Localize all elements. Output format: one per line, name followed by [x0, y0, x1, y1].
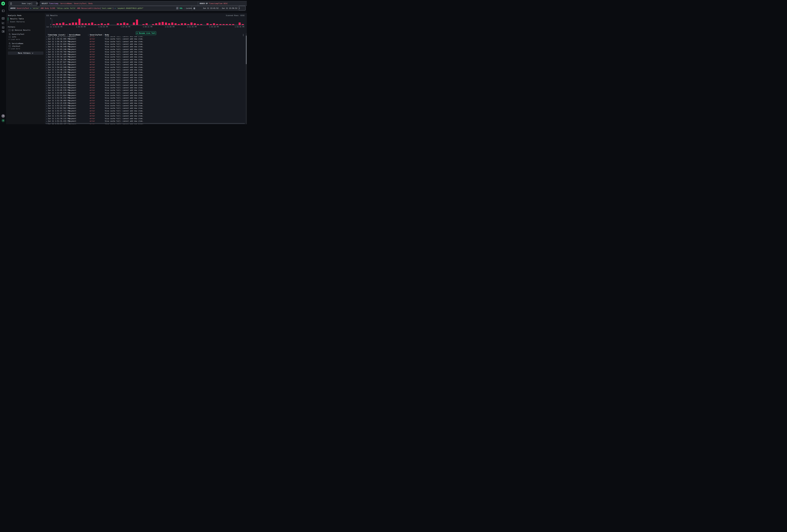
load-more-severitytext[interactable]: Load more — [8, 38, 47, 40]
info-checkbox[interactable] — [9, 36, 11, 38]
table-row[interactable]: ❯Jun 11 1:54:52.241 PMpaymenterrorVisa c… — [45, 63, 246, 66]
row-expand-chevron-icon[interactable]: ❯ — [46, 97, 47, 100]
table-row[interactable]: ❯Jun 11 1:53:10.922 PMpaymenterrorVisa c… — [45, 87, 246, 89]
table-row[interactable]: ❯Jun 11 1:55:07.827 PMpaymenterrorVisa c… — [45, 61, 246, 63]
log-search-icon[interactable] — [2, 17, 4, 20]
avatar[interactable]: U — [1, 119, 5, 122]
table-row[interactable]: ❯Jun 11 1:56:08.948 PMpaymenterrorVisa c… — [45, 45, 246, 48]
chart-icon[interactable] — [2, 21, 4, 24]
table-options-kebab-icon[interactable] — [242, 34, 244, 36]
row-expand-chevron-icon[interactable]: ❯ — [46, 38, 47, 40]
row-expand-chevron-icon[interactable]: ❯ — [46, 107, 47, 110]
column-header-severitytext[interactable]: SeverityText — [90, 34, 102, 36]
table-row[interactable]: ❯Jun 11 1:56:42.995 PMpaymenterrorVisa c… — [45, 38, 246, 40]
orderby-query-input[interactable]: ORDER BY TimestampTime DESC — [198, 1, 247, 6]
table-row[interactable]: ❯Jun 11 1:56:03.248 PMpaymenterrorVisa c… — [45, 48, 246, 51]
row-expand-chevron-icon[interactable]: ❯ — [46, 89, 47, 92]
row-expand-chevron-icon[interactable]: ❯ — [46, 79, 47, 82]
row-expand-chevron-icon[interactable]: ❯ — [46, 82, 47, 84]
table-row[interactable]: ❯Jun 11 1:54:40.218 PMpaymenterrorVisa c… — [45, 69, 246, 71]
table-row[interactable]: ❯Jun 11 1:52:25.630 PMpaymenterrorVisa c… — [45, 102, 246, 105]
run-query-button[interactable] — [239, 6, 246, 10]
gear-icon[interactable] — [36, 2, 38, 5]
source-select[interactable]: Demo Logs — [9, 1, 37, 6]
filter-option-info[interactable]: info — [9, 36, 47, 38]
table-row[interactable]: ❯Jun 11 1:51:57.712 PMpaymenterrorVisa c… — [45, 110, 246, 112]
horizontal-scrollbar-thumb[interactable] — [45, 123, 245, 124]
table-row[interactable]: ❯Jun 11 1:54:26.230 PMpaymenterrorVisa c… — [45, 71, 246, 74]
row-expand-chevron-icon[interactable]: ❯ — [46, 94, 47, 97]
panel-left-icon[interactable] — [2, 9, 4, 12]
dashboard-grid-icon[interactable] — [2, 30, 4, 33]
where-query-input[interactable]: WHERE SeverityText = 'error' AND Body IL… — [9, 6, 194, 10]
row-expand-chevron-icon[interactable]: ❯ — [46, 77, 47, 79]
table-row[interactable]: ❯Jun 11 1:54:06.953 PMpaymenterrorVisa c… — [45, 76, 246, 79]
row-expand-chevron-icon[interactable]: ❯ — [46, 41, 47, 43]
row-expand-chevron-icon[interactable]: ❯ — [46, 105, 47, 107]
table-row[interactable]: ❯Jun 11 1:51:43.121 PMpaymenterrorVisa c… — [45, 115, 246, 117]
column-header-timestamp[interactable]: Timestamp (Local) — [48, 34, 65, 36]
sidebar-item-results-table[interactable]: Results Table — [10, 18, 49, 20]
load-more-servicename[interactable]: Load more — [8, 48, 47, 50]
table-row[interactable]: ❯Jun 11 1:52:51.824 PMpaymenterrorVisa c… — [45, 94, 246, 97]
row-expand-chevron-icon[interactable]: ❯ — [46, 61, 47, 64]
help-button[interactable]: ? — [1, 114, 5, 118]
row-expand-chevron-icon[interactable]: ❯ — [46, 74, 47, 77]
sessions-laptop-icon[interactable] — [2, 26, 4, 29]
table-row[interactable]: ❯Jun 11 1:53:00.676 PMpaymenterrorVisa c… — [45, 92, 246, 94]
table-row[interactable]: ❯Jun 11 1:53:24.274 PMpaymenterrorVisa c… — [45, 84, 246, 87]
checkout-checkbox[interactable] — [9, 45, 11, 47]
row-expand-chevron-icon[interactable]: ❯ — [46, 69, 47, 71]
row-expand-chevron-icon[interactable]: ❯ — [46, 115, 47, 118]
row-expand-chevron-icon[interactable]: ❯ — [46, 84, 47, 87]
hyperdx-logo-icon[interactable] — [1, 1, 5, 6]
sql-toggle[interactable]: SQL — [179, 7, 183, 9]
select-query-input[interactable]: SELECT Timestamp, ServiceName, SeverityT… — [40, 1, 200, 6]
row-expand-chevron-icon[interactable]: ❯ — [46, 43, 47, 46]
row-expand-chevron-icon[interactable]: ❯ — [46, 54, 47, 56]
row-expand-chevron-icon[interactable]: ❯ — [46, 92, 47, 94]
resume-live-tail-button[interactable]: Resume Live Tail — [136, 31, 156, 35]
denoise-results-row[interactable]: Denoise Results — [8, 29, 47, 31]
table-row[interactable]: ❯Jun 11 1:52:35.232 PMpaymenterrorVisa c… — [45, 97, 246, 99]
row-expand-chevron-icon[interactable]: ❯ — [46, 66, 47, 69]
row-expand-chevron-icon[interactable]: ❯ — [46, 46, 47, 48]
row-expand-chevron-icon[interactable]: ❯ — [46, 87, 47, 89]
row-expand-chevron-icon[interactable]: ❯ — [46, 100, 47, 102]
table-row[interactable]: ❯Jun 11 1:55:39.324 PMpaymenterrorVisa c… — [45, 56, 246, 58]
lucene-toggle[interactable]: Lucene — [186, 7, 192, 9]
table-row[interactable]: ❯Jun 11 1:52:30.469 PMpaymenterrorVisa c… — [45, 100, 246, 102]
column-header-body[interactable]: Body — [105, 34, 109, 36]
time-range-picker[interactable]: Jun 11 13:41:52 - Jun 11 13:56:52 — [192, 6, 241, 10]
table-row[interactable]: ❯Jun 11 1:53:05.578 PMpaymenterrorVisa c… — [45, 89, 246, 92]
table-row[interactable]: ❯Jun 11 1:53:26.250 PMpaymenterrorVisa c… — [45, 81, 246, 84]
denoise-checkbox[interactable] — [8, 29, 10, 31]
results-histogram[interactable] — [52, 19, 244, 25]
table-row[interactable]: ❯Jun 11 1:51:31.415 PMpaymenterrorVisa c… — [45, 120, 246, 123]
filter-group-name[interactable]: SeverityText — [12, 33, 24, 35]
column-resize-handle[interactable] — [103, 34, 104, 36]
table-row[interactable]: ❯Jun 11 1:51:47.229 PMpaymenterrorVisa c… — [45, 112, 246, 115]
column-resize-handle[interactable] — [67, 34, 68, 36]
row-expand-chevron-icon[interactable]: ❯ — [46, 110, 47, 112]
row-expand-chevron-icon[interactable]: ❯ — [46, 51, 47, 54]
more-filters-button[interactable]: More filters — [8, 51, 43, 55]
sidebar-item-event-patterns[interactable]: Event Patterns — [10, 20, 49, 23]
row-expand-chevron-icon[interactable]: ❯ — [46, 48, 47, 51]
vertical-scrollbar-thumb[interactable] — [246, 36, 247, 64]
table-row[interactable]: ❯Jun 11 1:55:51.448 PMpaymenterrorVisa c… — [45, 53, 246, 56]
row-expand-chevron-icon[interactable]: ❯ — [46, 102, 47, 105]
row-expand-chevron-icon[interactable]: ❯ — [46, 112, 47, 115]
row-expand-chevron-icon[interactable]: ❯ — [46, 59, 47, 61]
table-row[interactable]: ❯Jun 11 1:54:43.948 PMpaymenterrorVisa c… — [45, 66, 246, 69]
table-row[interactable]: ❯Jun 11 1:56:32.843 PMpaymenterrorVisa c… — [45, 43, 246, 45]
table-row[interactable]: ❯Jun 11 1:55:16.296 PMpaymenterrorVisa c… — [45, 58, 246, 61]
table-row[interactable]: ❯Jun 11 1:52:02.581 PMpaymenterrorVisa c… — [45, 107, 246, 109]
column-resize-handle[interactable] — [88, 34, 88, 36]
row-expand-chevron-icon[interactable]: ❯ — [46, 120, 47, 123]
vertical-scrollbar[interactable] — [246, 34, 247, 124]
row-expand-chevron-icon[interactable]: ❯ — [46, 71, 47, 74]
table-row[interactable]: ❯Jun 11 1:55:59.760 PMpaymenterrorVisa c… — [45, 51, 246, 53]
table-row[interactable]: ❯Jun 11 1:52:19.473 PMpaymenterrorVisa c… — [45, 105, 246, 107]
table-row[interactable]: ❯Jun 11 1:56:38.534 PMpaymenterrorVisa c… — [45, 40, 246, 43]
